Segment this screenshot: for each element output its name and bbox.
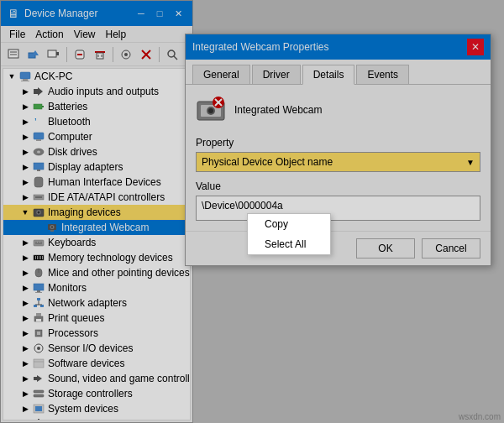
dialog-overlay <box>0 0 504 423</box>
context-menu-selectall[interactable]: Select All <box>248 234 330 254</box>
context-menu: Copy Select All <box>247 213 331 255</box>
context-menu-copy[interactable]: Copy <box>248 214 330 234</box>
